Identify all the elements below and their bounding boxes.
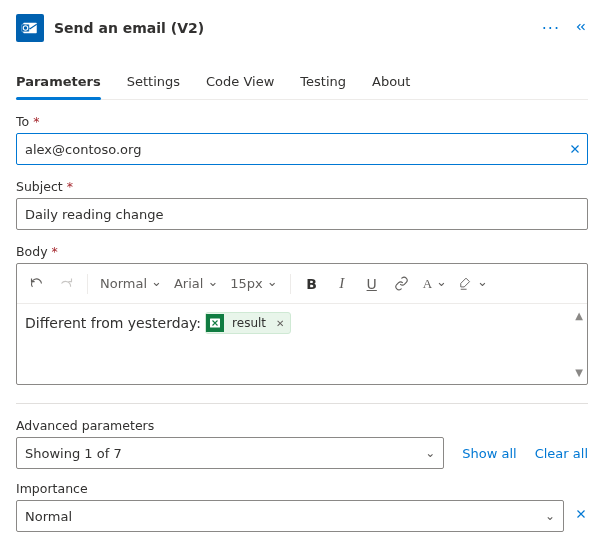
importance-value: Normal <box>25 509 72 524</box>
scroll-up-icon[interactable]: ▲ <box>575 310 583 321</box>
tab-bar: Parameters Settings Code View Testing Ab… <box>16 68 588 100</box>
chevron-down-icon <box>207 276 218 291</box>
section-divider <box>16 403 588 404</box>
chevron-down-icon: ⌄ <box>425 446 435 460</box>
field-subject: Subject * <box>16 179 588 230</box>
show-all-link[interactable]: Show all <box>462 446 516 461</box>
bold-button[interactable]: B <box>299 270 325 298</box>
chevron-down-icon <box>267 276 278 291</box>
clear-to-button[interactable] <box>568 142 582 156</box>
tab-settings[interactable]: Settings <box>127 68 180 99</box>
italic-button[interactable]: I <box>329 270 355 298</box>
importance-label: Importance <box>16 481 588 496</box>
panel-title: Send an email (V2) <box>54 20 532 36</box>
importance-dropdown[interactable]: Normal ⌄ <box>16 500 564 532</box>
toolbar-separator <box>290 274 291 294</box>
tab-parameters[interactable]: Parameters <box>16 68 101 99</box>
remove-token-button[interactable]: ✕ <box>276 318 284 329</box>
to-label: To * <box>16 114 588 129</box>
paragraph-style-dropdown[interactable]: Normal <box>96 276 166 291</box>
font-family-dropdown[interactable]: Arial <box>170 276 222 291</box>
excel-icon <box>206 314 224 332</box>
link-button[interactable] <box>389 270 415 298</box>
body-label: Body * <box>16 244 588 259</box>
clear-all-link[interactable]: Clear all <box>535 446 588 461</box>
panel-header: Send an email (V2) ··· <box>16 14 588 42</box>
highlight-color-dropdown[interactable] <box>455 276 492 291</box>
advanced-parameters-summary: Showing 1 of 7 <box>25 446 122 461</box>
chevron-down-icon <box>436 276 447 291</box>
chevron-down-icon <box>477 276 488 291</box>
scroll-down-icon[interactable]: ▼ <box>575 367 583 378</box>
field-body: Body * Normal Arial 15px <box>16 244 588 385</box>
chevron-down-icon <box>151 276 162 291</box>
undo-button[interactable] <box>23 270 49 298</box>
remove-importance-button[interactable] <box>574 507 588 525</box>
rich-text-editor: Normal Arial 15px B I U A <box>16 263 588 385</box>
subject-input[interactable] <box>16 198 588 230</box>
body-textarea[interactable]: ▲ Different from yesterday: result ✕ ▼ <box>17 304 587 384</box>
tab-testing[interactable]: Testing <box>300 68 346 99</box>
font-size-dropdown[interactable]: 15px <box>226 276 281 291</box>
redo-button[interactable] <box>53 270 79 298</box>
advanced-parameters-dropdown[interactable]: Showing 1 of 7 ⌄ <box>16 437 444 469</box>
subject-label: Subject * <box>16 179 588 194</box>
dynamic-content-token[interactable]: result ✕ <box>205 312 291 334</box>
font-color-dropdown[interactable]: A <box>419 276 451 292</box>
collapse-panel-button[interactable] <box>574 20 588 37</box>
editor-toolbar: Normal Arial 15px B I U A <box>17 264 587 304</box>
toolbar-separator <box>87 274 88 294</box>
body-text: Different from yesterday: <box>25 315 201 331</box>
outlook-icon <box>16 14 44 42</box>
tab-about[interactable]: About <box>372 68 410 99</box>
field-to: To * <box>16 114 588 165</box>
more-actions-button[interactable]: ··· <box>542 19 560 38</box>
chevron-down-icon: ⌄ <box>545 509 555 523</box>
token-label: result <box>232 316 266 330</box>
to-input[interactable] <box>16 133 588 165</box>
underline-button[interactable]: U <box>359 270 385 298</box>
tab-code-view[interactable]: Code View <box>206 68 274 99</box>
advanced-parameters-label: Advanced parameters <box>16 418 588 433</box>
